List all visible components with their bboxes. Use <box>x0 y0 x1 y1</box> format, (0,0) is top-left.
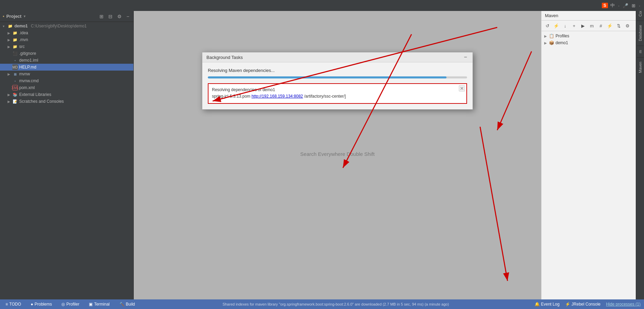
maven-btn-m[interactable]: m <box>588 22 596 29</box>
demo1-arrow: ▶ <box>544 41 549 45</box>
mic-icon[interactable]: 🎤 <box>622 2 629 9</box>
dialog-title: Background Tasks <box>206 55 243 60</box>
maven-btn-lightning[interactable]: ⚡ <box>606 22 613 29</box>
mvnw-label: mvnw <box>19 72 30 76</box>
tree-item-idea[interactable]: ▶ 📁 .idea <box>0 29 133 36</box>
settings-icon[interactable]: ⚙ <box>116 13 123 20</box>
maven-btn-add[interactable]: + <box>570 22 578 29</box>
problems-icon: ● <box>31 302 33 307</box>
panel-btn-2[interactable]: ⊟ <box>107 13 114 20</box>
detail-url[interactable]: http://192.168.159.134:8082 <box>251 94 303 99</box>
event-log-label: Event Log <box>541 302 560 307</box>
background-tasks-dialog: Background Tasks − Resolving Maven depen… <box>202 52 473 110</box>
mvnwcmd-label: mvnw.cmd <box>19 78 39 83</box>
status-tab-terminal[interactable]: ▣ Terminal <box>87 301 111 307</box>
status-tab-build[interactable]: 🔨 Build <box>117 301 137 307</box>
maven-panel: Maven ↺ ⚡ ↓ + ▶ m # ⚡ ⇅ ⚙ ▶ 📋 Profiles ▶… <box>541 11 644 299</box>
maven-btn-play[interactable]: ▶ <box>579 22 587 29</box>
maven-panel-title: Maven <box>545 13 558 18</box>
minimize-icon[interactable]: − <box>125 13 131 20</box>
build-label: Build <box>126 302 135 307</box>
extlibs-icon: 📚 <box>12 92 18 97</box>
pomxml-icon: XML <box>12 85 18 90</box>
tree-root[interactable]: ▾ 📁 demo1 C:\Users\gblfy\Desktop\demo1 <box>0 23 133 29</box>
status-tab-todo[interactable]: ≡ TODO <box>3 301 23 307</box>
tree-item-mvnw[interactable]: ▶ ◼ mvnw <box>0 71 133 77</box>
tree-item-helpmd[interactable]: MD HELP.md <box>0 64 133 71</box>
jrebel-btn[interactable]: ⚡ JRebel Console <box>565 302 601 307</box>
cn-icon-dot[interactable]: · <box>617 2 621 9</box>
project-dropdown-icon[interactable]: ▾ <box>24 14 25 18</box>
side-tab-database[interactable]: Database <box>637 21 644 45</box>
status-tab-problems[interactable]: ● Problems <box>28 301 54 307</box>
tree-item-gitignore[interactable]: ⬛ .gitignore <box>0 50 133 57</box>
progress-bar-container <box>208 76 467 78</box>
tree-item-mvn[interactable]: ▶ 📁 .mvn <box>0 36 133 43</box>
project-panel: ▪ Project ▾ ⊞ ⊟ ⚙ − ▾ 📁 demo1 C:\Users\g… <box>0 11 134 299</box>
hide-processes-btn[interactable]: Hide processes (1) <box>606 302 641 307</box>
scratches-arrow: ▶ <box>8 100 12 103</box>
task-detail-line1: Resolving dependencies of demo1 <box>212 87 463 93</box>
task-detail-close-btn[interactable]: ✕ <box>459 85 465 91</box>
idea-icon: 📁 <box>12 30 18 36</box>
folder-icon: ▪ <box>3 14 4 19</box>
todo-label: TODO <box>9 302 21 307</box>
maven-toolbar: ↺ ⚡ ↓ + ▶ m # ⚡ ⇅ ⚙ <box>541 21 644 31</box>
tree-item-pomxml[interactable]: XML pom.xml <box>0 84 133 91</box>
project-tree: ▾ 📁 demo1 C:\Users\gblfy\Desktop\demo1 ▶… <box>0 22 133 299</box>
maven-btn-refresh[interactable]: ↺ <box>544 22 551 29</box>
event-log-btn[interactable]: 🔔 Event Log <box>535 302 560 307</box>
tree-item-scratches[interactable]: ▶ 📝 Scratches and Consoles <box>0 98 133 105</box>
cn-icon-1[interactable]: 中 <box>609 2 616 9</box>
profiles-icon: 📋 <box>549 34 554 38</box>
src-icon: 📁 <box>12 44 18 49</box>
profiles-arrow: ▶ <box>544 34 549 38</box>
jrebel-icon: ⚡ <box>565 302 570 307</box>
side-tab-maven[interactable]: Maven <box>637 57 644 77</box>
tree-item-extlibs[interactable]: ▶ 📚 External Libraries <box>0 91 133 98</box>
demo1-label: demo1 <box>556 40 568 45</box>
mvn-icon: 📁 <box>12 37 18 42</box>
root-label: demo1 C:\Users\gblfy\Desktop\demo1 <box>14 24 87 28</box>
maven-btn-hash[interactable]: # <box>597 22 605 29</box>
iml-icon: ▪ <box>12 58 18 63</box>
maven-btn-arrows[interactable]: ⇅ <box>615 22 622 29</box>
sogou-icon[interactable]: S <box>602 3 608 8</box>
side-tab-m[interactable]: m <box>637 46 644 57</box>
maven-tree-profiles[interactable]: ▶ 📋 Profiles <box>541 33 644 39</box>
maven-btn-run[interactable]: ⚡ <box>552 22 560 29</box>
tree-item-mvnwcmd[interactable]: ▪ mvnw.cmd <box>0 77 133 84</box>
problems-label: Problems <box>35 302 52 307</box>
event-log-icon: 🔔 <box>535 302 540 307</box>
demo1-icon: 📦 <box>549 40 554 45</box>
dialog-title-bar: Background Tasks − <box>202 52 473 62</box>
dialog-body: Resolving Maven dependencies... ✕ Resolv… <box>202 62 473 109</box>
status-bar-right: 🔔 Event Log ⚡ JRebel Console Hide proces… <box>535 302 641 307</box>
cn-dot2[interactable]: · <box>638 2 641 9</box>
profiler-icon: ◎ <box>61 302 65 307</box>
center-bg: Search Everywhere Double Shift Backgroun… <box>134 11 541 299</box>
project-label: Project <box>7 14 22 19</box>
center-area: Search Everywhere Double Shift Backgroun… <box>134 11 541 299</box>
task-detail-box: ✕ Resolving dependencies of demo1 spring… <box>208 83 467 104</box>
dialog-minimize-btn[interactable]: − <box>463 54 468 60</box>
status-bar-message: Shared indexes for maven library "org.sp… <box>137 302 534 306</box>
panel-btn-1[interactable]: ⊞ <box>98 13 105 20</box>
grid-icon[interactable]: ⊞ <box>631 2 636 9</box>
jrebel-label: JRebel Console <box>572 302 601 307</box>
tree-item-iml[interactable]: ▪ demo1.iml <box>0 57 133 64</box>
main-container: S 中 · 🎤 ⊞ · ▪ Project ▾ ⊞ ⊟ ⚙ − <box>0 0 644 309</box>
status-tab-profiler[interactable]: ◎ Profiler <box>59 301 81 307</box>
mvnwcmd-icon: ▪ <box>12 78 18 84</box>
src-arrow: ▶ <box>8 45 12 49</box>
gitignore-icon: ⬛ <box>12 51 18 56</box>
panel-toolbar: ⊞ ⊟ ⚙ − <box>98 13 131 20</box>
maven-btn-download[interactable]: ↓ <box>561 22 569 29</box>
status-bar-left: ≡ TODO ● Problems ◎ Profiler ▣ Terminal … <box>3 301 137 307</box>
profiler-label: Profiler <box>66 302 79 307</box>
tree-item-src[interactable]: ▶ 📁 src <box>0 43 133 50</box>
dialog-overlay: Background Tasks − Resolving Maven depen… <box>134 11 541 299</box>
top-right-icons: S 中 · 🎤 ⊞ · <box>602 2 644 9</box>
maven-tree-demo1[interactable]: ▶ 📦 demo1 <box>541 39 644 46</box>
maven-btn-settings[interactable]: ⚙ <box>624 22 631 29</box>
